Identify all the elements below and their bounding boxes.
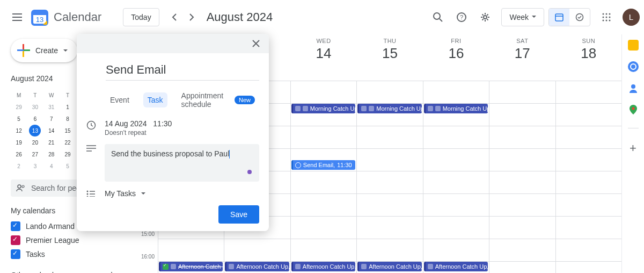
mini-day[interactable]: 3 <box>29 160 41 172</box>
day-of-week: SAT <box>489 38 555 44</box>
day-column[interactable] <box>489 81 555 273</box>
day-column[interactable]: Morning Catch Up, 09Afternoon Catch Up, … <box>290 81 356 273</box>
calendar-logo-icon: 13 <box>30 8 49 27</box>
people-icon <box>16 184 26 192</box>
maps-icon[interactable] <box>628 104 639 115</box>
event-afternoon-catchup[interactable]: Afternoon Catch Up, 16 <box>291 262 355 271</box>
keep-icon[interactable] <box>628 40 639 51</box>
mini-day[interactable]: 12 <box>13 125 25 136</box>
mini-day[interactable]: 5 <box>13 113 25 125</box>
mini-day[interactable]: 5 <box>62 160 74 172</box>
main-menu-button[interactable] <box>4 4 30 30</box>
day-header[interactable]: SUN18 <box>555 34 621 81</box>
svg-point-15 <box>603 19 604 21</box>
tab-appointment[interactable]: Appointment scheduleNew <box>177 88 259 112</box>
search-button[interactable] <box>427 6 449 28</box>
calendar-item[interactable]: Premier League <box>11 233 125 247</box>
close-icon <box>252 40 260 47</box>
day-header[interactable]: THU15 <box>356 34 422 81</box>
mini-day[interactable]: 29 <box>13 101 25 113</box>
today-button[interactable]: Today <box>123 8 159 26</box>
task-time: 11:30 <box>153 119 172 128</box>
event-send-email-task[interactable]: Send Email, 11:30 <box>291 160 355 170</box>
mini-day[interactable]: 21 <box>46 136 57 148</box>
svg-rect-7 <box>555 14 563 21</box>
svg-point-14 <box>609 16 611 18</box>
svg-point-16 <box>606 19 608 21</box>
mini-day[interactable]: 2 <box>13 160 25 172</box>
calendar-checkbox[interactable] <box>11 221 20 231</box>
account-avatar[interactable]: L <box>623 9 640 26</box>
caret-down-icon <box>63 49 68 52</box>
app-name: Calendar <box>54 10 101 24</box>
svg-point-21 <box>632 107 634 110</box>
apps-button[interactable] <box>596 6 617 28</box>
caret-down-icon <box>532 16 536 18</box>
task-circle-icon <box>295 162 301 168</box>
next-week-button[interactable] <box>183 9 200 26</box>
day-header[interactable]: FRI16 <box>423 34 489 81</box>
day-header[interactable]: SAT17 <box>489 34 555 81</box>
mini-day[interactable]: 29 <box>62 148 74 160</box>
mini-day[interactable]: 14 <box>46 125 57 136</box>
mini-day[interactable]: 19 <box>13 136 25 148</box>
mini-day[interactable]: 27 <box>29 148 41 160</box>
calendar-item[interactable]: Tasks <box>11 247 125 261</box>
other-calendars-toggle[interactable]: Other calendars <box>11 271 125 273</box>
mini-day[interactable]: 28 <box>46 148 57 160</box>
mini-day[interactable]: 8 <box>62 113 74 125</box>
mini-day[interactable]: 26 <box>13 148 25 160</box>
mini-dow: T <box>27 89 43 101</box>
day-column[interactable]: Morning Catch Up, 09Afternoon Catch Up, … <box>423 81 489 273</box>
prev-week-button[interactable] <box>166 9 183 26</box>
event-label: Afternoon Catch Up, 16 <box>435 263 488 270</box>
event-afternoon-catchup[interactable]: Afternoon Catch Up, 16 <box>225 262 289 271</box>
mini-day[interactable]: 31 <box>46 101 57 113</box>
tab-task[interactable]: Task <box>143 92 167 107</box>
svg-point-18 <box>18 185 21 188</box>
event-label: Morning Catch Up, 09 <box>443 105 488 112</box>
mini-day[interactable]: 6 <box>29 113 41 125</box>
task-list-selector[interactable]: My Tasks <box>105 189 145 198</box>
tab-event[interactable]: Event <box>106 92 134 107</box>
event-morning-catchup[interactable]: Morning Catch Up, 09 <box>291 104 355 113</box>
event-morning-catchup[interactable]: Morning Catch Up, 09 <box>357 104 421 113</box>
mini-day[interactable]: 1 <box>62 101 74 113</box>
close-modal-button[interactable] <box>248 36 264 51</box>
task-date: 14 Aug 2024 <box>105 119 147 128</box>
addons-button[interactable]: + <box>630 141 636 155</box>
view-selector[interactable]: Week <box>501 8 544 26</box>
tasks-panel-icon[interactable] <box>628 61 639 72</box>
mini-day[interactable]: 15 <box>62 125 74 136</box>
list-icon <box>86 190 97 197</box>
svg-rect-1 <box>32 11 47 15</box>
view-label: Week <box>509 13 529 21</box>
mini-day[interactable]: 13 <box>29 125 41 136</box>
settings-button[interactable] <box>474 6 496 28</box>
search-icon <box>433 12 443 22</box>
task-description-input[interactable]: Send the business proposal to Paul <box>105 144 259 182</box>
mini-day[interactable]: 22 <box>62 136 74 148</box>
mini-day[interactable]: 30 <box>29 101 41 113</box>
mini-day[interactable]: 4 <box>46 160 57 172</box>
calendar-view-toggle[interactable] <box>549 9 569 26</box>
datetime-field[interactable]: 14 Aug 2024 11:30 Doesn't repeat <box>105 119 172 136</box>
event-morning-catchup[interactable]: Morning Catch Up, 09 <box>424 104 488 113</box>
event-afternoon-catchup[interactable]: Afternoon Catch Up, 16 <box>357 262 421 271</box>
event-afternoon-catchup[interactable]: Afternoon Catch Up, 16 <box>424 262 488 271</box>
task-title-input[interactable] <box>106 61 259 81</box>
create-button[interactable]: Create <box>11 39 77 62</box>
contacts-icon[interactable] <box>628 83 639 94</box>
day-column[interactable]: Morning Catch Up, 09Afternoon Catch Up, … <box>356 81 422 273</box>
event-afternoon-catchup[interactable]: Afternoon Catch Up, 16 <box>159 262 223 271</box>
day-header[interactable]: WED14 <box>290 34 356 81</box>
calendar-checkbox[interactable] <box>11 235 20 245</box>
calendar-checkbox[interactable] <box>11 249 20 259</box>
save-button[interactable]: Save <box>218 205 259 224</box>
video-icon <box>295 264 301 269</box>
mini-day[interactable]: 20 <box>29 136 41 148</box>
mini-day[interactable]: 7 <box>46 113 57 125</box>
day-column[interactable] <box>555 81 621 273</box>
tasks-view-toggle[interactable] <box>569 9 590 26</box>
support-button[interactable]: ? <box>451 6 472 28</box>
